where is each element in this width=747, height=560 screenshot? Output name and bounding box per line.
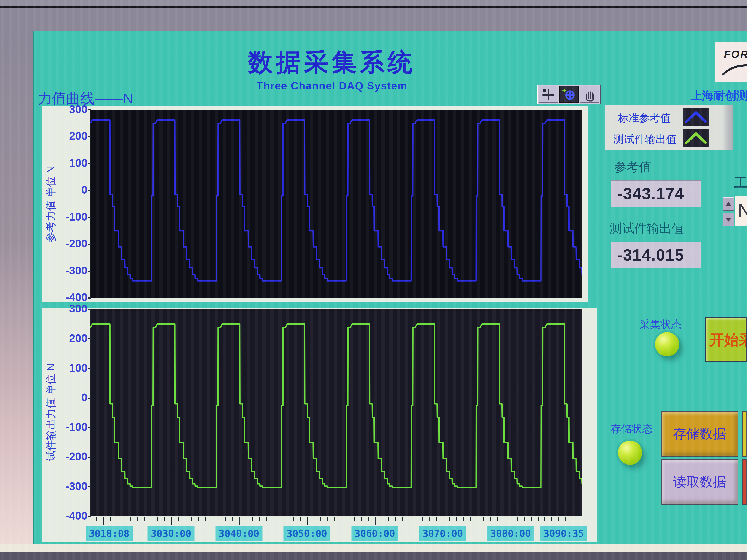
read-button-label: 读取数据 xyxy=(673,473,726,491)
start-acquisition-button[interactable]: 开始采集 xyxy=(705,317,747,362)
x-tick-mark xyxy=(551,517,552,521)
save-data-button[interactable]: 存储数据 xyxy=(661,411,738,457)
legend-label-reference: 标准参考值 xyxy=(618,111,671,125)
brand-logo-text: FORD xyxy=(724,48,747,60)
arrow-up-icon xyxy=(725,202,732,206)
x-tick-mark xyxy=(185,517,185,521)
zoom-icon xyxy=(562,87,576,102)
legend-row-reference: 标准参考值 xyxy=(604,106,733,127)
x-tick-mark xyxy=(422,517,423,521)
x-tick-mark xyxy=(218,517,219,521)
x-tick-mark xyxy=(354,517,355,521)
chevron-up-icon xyxy=(683,108,709,126)
x-tick-label: 3040:00 xyxy=(215,526,262,541)
x-tick-mark xyxy=(293,517,294,521)
read-data-button[interactable]: 读取数据 xyxy=(661,459,738,505)
crosshair-icon xyxy=(541,87,556,102)
x-tick-mark xyxy=(334,517,335,521)
y-tick-label: 100 xyxy=(44,157,87,169)
y-tick-mark xyxy=(88,244,91,245)
x-tick-mark xyxy=(252,517,253,521)
clipped-red-button[interactable] xyxy=(742,459,747,505)
pan-tool-button[interactable] xyxy=(580,86,599,103)
arrow-down-icon xyxy=(725,217,732,222)
x-tick-label: 3060:00 xyxy=(351,526,398,541)
reference-value-display[interactable]: -343.174 xyxy=(611,180,701,207)
cursor-tool-button[interactable] xyxy=(539,86,558,103)
photo-edge-bottom-dark xyxy=(0,552,747,560)
page-title: 数据采集系统 xyxy=(183,46,481,79)
x-tick-mark xyxy=(226,517,226,521)
y-tick-label: 300 xyxy=(44,302,87,315)
x-tick-mark xyxy=(382,517,382,521)
save-button-label: 存储数据 xyxy=(673,425,726,443)
start-button-label: 开始采集 xyxy=(706,318,746,361)
x-tick-mark xyxy=(538,517,539,521)
unit-selector-value[interactable]: N xyxy=(735,196,747,226)
x-tick-mark xyxy=(103,517,104,525)
x-tick-mark xyxy=(266,517,267,521)
unit-increment-button[interactable] xyxy=(723,197,734,211)
unit-selector-label: 工 xyxy=(734,174,747,192)
storage-status-label: 存储状态 xyxy=(611,422,653,436)
page-subtitle: Three Channel DAQ System xyxy=(183,80,481,92)
y-tick-label: 200 xyxy=(44,130,87,142)
x-tick-mark xyxy=(313,517,314,521)
x-tick-mark xyxy=(497,517,498,521)
y-tick-label: -200 xyxy=(44,450,87,463)
y-tick-mark xyxy=(88,109,91,110)
zoom-tool-button[interactable] xyxy=(559,86,578,103)
x-tick-mark xyxy=(300,517,301,521)
x-tick-mark xyxy=(137,517,138,521)
x-tick-mark xyxy=(402,517,403,521)
x-tick-mark xyxy=(124,517,124,521)
x-tick-mark xyxy=(178,517,179,521)
reference-waveform xyxy=(91,110,583,298)
dut-value-label: 测试件输出值 xyxy=(610,220,684,237)
x-tick-mark xyxy=(361,517,362,521)
legend-row-dut: 测试件输出值 xyxy=(604,127,733,148)
y-tick-mark xyxy=(88,190,91,191)
x-tick-mark xyxy=(341,517,341,521)
x-tick-mark xyxy=(347,517,348,521)
y-tick-mark xyxy=(88,217,91,218)
photo-edge-top xyxy=(0,0,747,6)
x-tick-label: 3080:00 xyxy=(487,526,534,541)
x-tick-mark xyxy=(544,517,545,521)
clipped-yellow-button[interactable] xyxy=(742,411,747,457)
dut-waveform xyxy=(91,309,583,516)
x-tick-mark xyxy=(239,517,240,525)
x-tick-label: 3018:08 xyxy=(85,526,132,541)
legend-label-dut: 测试件输出值 xyxy=(613,132,676,146)
daq-screen: 数据采集系统 Three Channel DAQ System 力值曲线——N xyxy=(0,0,747,560)
y-tick-mark xyxy=(88,516,91,517)
waveform-line xyxy=(91,120,583,281)
x-tick-mark xyxy=(191,517,192,521)
waveform-line xyxy=(91,324,583,488)
x-tick-label: 3030:00 xyxy=(148,526,195,541)
y-tick-label: -200 xyxy=(44,237,87,250)
x-tick-mark xyxy=(490,517,491,521)
x-tick-mark xyxy=(463,517,464,521)
x-tick-label: 3050:00 xyxy=(283,526,330,541)
x-tick-mark xyxy=(565,517,566,521)
x-tick-mark xyxy=(205,517,206,521)
brand-logo-box: FORD xyxy=(715,42,747,82)
x-tick-mark xyxy=(144,517,145,521)
legend-swatch-dut[interactable] xyxy=(683,129,709,147)
x-tick-mark xyxy=(327,517,328,521)
storage-status-led xyxy=(618,441,642,465)
acquisition-status-label: 采集状态 xyxy=(639,318,681,332)
y-tick-mark xyxy=(88,271,91,272)
chevron-up-icon xyxy=(683,129,709,147)
x-tick-mark xyxy=(436,517,437,521)
x-tick-mark xyxy=(443,517,443,525)
dut-value-display[interactable]: -314.015 xyxy=(611,242,701,268)
legend-swatch-reference[interactable] xyxy=(683,108,709,126)
acquisition-status-led xyxy=(655,332,679,356)
x-tick-mark xyxy=(280,517,280,521)
y-tick-label: -100 xyxy=(44,210,87,223)
x-tick-mark xyxy=(232,517,233,521)
x-tick-mark xyxy=(470,517,470,521)
unit-decrement-button[interactable] xyxy=(723,213,734,226)
